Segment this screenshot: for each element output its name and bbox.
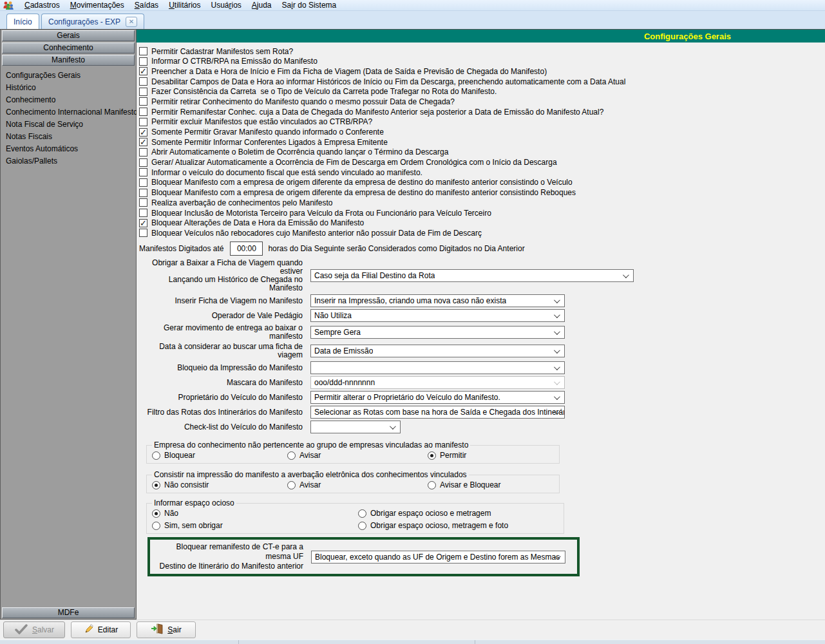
tab-configuracoes-exp[interactable]: Configurações - EXP ✕ (41, 14, 144, 29)
checkbox-row: Desabilitar Campos de Data e Hora ao inf… (139, 77, 825, 86)
radio-option-permitir[interactable]: Permitir (428, 450, 559, 460)
status-bar (0, 639, 825, 644)
form-label: Data à considerar ao buscar uma ficha de… (137, 343, 303, 359)
pencil-icon (84, 624, 94, 636)
checkbox[interactable] (139, 128, 147, 137)
sidebar-item-conhecimento[interactable]: Conhecimento (1, 93, 136, 106)
filtro-rotas-itinerarios-select[interactable]: Selecionar as Rotas com base na hora de … (310, 406, 565, 419)
bloquear-remanifesto-highlight-box: Bloquear remanifesto de CT-e para a mesm… (147, 537, 580, 576)
checkbox[interactable] (139, 118, 147, 126)
inserir-ficha-viagem-select[interactable]: Inserir na Impressão, criando uma nova c… (310, 294, 565, 307)
obrigar-baixar-ficha-select[interactable]: Caso seja da Filial Destino da Rota (310, 269, 634, 282)
sidebar-item-nota-fiscal-servico[interactable]: Nota Fiscal de Serviço (1, 118, 136, 130)
checkbox-label: Informar O CTRB/RPA na Emissão do Manife… (151, 57, 318, 66)
edit-button[interactable]: Editar (71, 621, 131, 638)
menu-cadastros[interactable]: Cadastros (24, 1, 60, 10)
radio-button[interactable] (358, 509, 366, 518)
radio-group-consistir-averbacao: Consistir na impressão do manifesto a av… (146, 470, 560, 493)
checkbox-row: Bloquear Alterações de Data e Hora da Em… (139, 219, 825, 227)
tab-inicio[interactable]: Início (6, 14, 39, 29)
checkbox[interactable] (139, 189, 147, 197)
menu-movimentacoes[interactable]: Movimentações (70, 1, 124, 10)
radio-option-obrigar-metragem[interactable]: Obrigar espaço ocioso e metragem (358, 508, 564, 518)
radio-button[interactable] (152, 509, 160, 518)
operador-vale-pedagio-select[interactable]: Não Utiliza (310, 309, 565, 322)
checkbox[interactable] (139, 168, 147, 176)
app-users-icon (3, 1, 14, 10)
checkbox[interactable] (139, 198, 147, 207)
radio-option-nao[interactable]: Não (152, 508, 358, 518)
checkbox[interactable] (139, 77, 147, 86)
bloquear-remanifesto-select[interactable]: Bloquear, exceto quando as UF de Origem … (311, 551, 565, 564)
menu-ajuda[interactable]: Ajuda (252, 1, 272, 10)
menu-sair-do-sistema[interactable]: Sair do Sistema (282, 1, 337, 10)
radio-button[interactable] (152, 522, 160, 530)
menu-usuarios[interactable]: Usuários (211, 1, 241, 10)
chevron-down-icon (554, 365, 560, 371)
content-panel: Configurações Gerais Permitir Cadastrar … (137, 30, 825, 620)
checkbox[interactable] (139, 229, 147, 237)
checkbox[interactable] (139, 97, 147, 106)
radio-option-bloquear[interactable]: Bloquear (152, 450, 287, 460)
gerar-movimento-entrega-select[interactable]: Sempre Gera (310, 326, 565, 339)
sidebar-section-conhecimento[interactable]: Conhecimento (2, 43, 135, 53)
check-icon (14, 624, 28, 636)
checkbox-row: Abrir Automaticamente o Boletim de Ocorr… (139, 148, 825, 156)
radio-button[interactable] (152, 451, 160, 460)
checkbox-row: Realiza averbação de conhecimentos pelo … (139, 198, 825, 207)
checkbox[interactable] (139, 209, 147, 217)
checkbox[interactable] (139, 158, 147, 167)
checkbox[interactable] (139, 138, 147, 146)
bloqueio-impressao-select[interactable] (310, 361, 565, 374)
radio-option-sim-sem-obrigar[interactable]: Sim, sem obrigar (152, 520, 358, 531)
radio-option-avisar-e-bloquear[interactable]: Avisar e Bloquear (428, 480, 559, 490)
chevron-down-icon (554, 348, 560, 354)
sidebar-item-conhecimento-internacional[interactable]: Conhecimento Internacional Manifesto (1, 106, 136, 118)
sidebar-section-gerais[interactable]: Gerais (2, 30, 135, 41)
radio-option-avisar[interactable]: Avisar (287, 480, 428, 490)
menu-utilitarios[interactable]: Utilitários (169, 1, 200, 10)
sidebar-section-manifesto[interactable]: Manifesto (2, 55, 135, 66)
data-considerar-ficha-select[interactable]: Data de Emissão (310, 345, 565, 357)
radio-option-nao-consistir[interactable]: Não consistir (152, 480, 287, 490)
form-label: Bloquear remanifesto de CT-e para a mesm… (150, 542, 303, 571)
sidebar-item-gaiolas-pallets[interactable]: Gaiolas/Pallets (1, 155, 136, 167)
checkbox-label: Abrir Automaticamente o Boletim de Ocorr… (151, 147, 448, 156)
checkbox[interactable] (139, 57, 147, 66)
checkbox-row: Informar o veículo do documento fiscal q… (139, 168, 825, 176)
sidebar-item-historico[interactable]: Histórico (1, 81, 136, 93)
radio-button[interactable] (428, 481, 436, 489)
digitados-time-input[interactable] (230, 242, 263, 256)
checkbox[interactable] (139, 148, 147, 156)
radio-button[interactable] (152, 481, 160, 489)
sidebar-item-notas-fiscais[interactable]: Notas Fiscais (1, 130, 136, 142)
radio-button[interactable] (428, 451, 436, 460)
sidebar-item-configuracoes-gerais[interactable]: Configurações Gerais (1, 69, 136, 81)
radio-option-obrigar-metragem-foto[interactable]: Obrigar espaço ocioso, metragem e foto (358, 520, 564, 531)
radio-button[interactable] (287, 481, 296, 489)
checkbox-label: Bloquear Veículos não rebocadores cujo M… (151, 229, 482, 238)
sidebar-item-eventos-automaticos[interactable]: Eventos Automáticos (1, 142, 136, 155)
menu-saidas[interactable]: Saídas (135, 1, 158, 10)
checkbox[interactable] (139, 47, 147, 55)
page-title: Configurações Gerais (644, 32, 731, 41)
radio-button[interactable] (287, 451, 296, 460)
sidebar-section-mdfe[interactable]: MDFe (2, 607, 135, 618)
save-button[interactable]: Salvar (3, 621, 65, 638)
menu-bar: Cadastros Movimentações Saídas Utilitári… (0, 0, 825, 11)
close-icon[interactable]: ✕ (126, 17, 137, 27)
checkbox-label: Bloquear Inclusão de Motorista Terceiro … (151, 209, 491, 218)
form-label: Inserir Ficha de Viagem no Manifesto (137, 297, 303, 305)
checklist-veiculo-select[interactable] (310, 421, 401, 433)
checkbox[interactable] (139, 108, 147, 116)
checkbox[interactable] (139, 219, 147, 227)
checkbox[interactable] (139, 67, 147, 75)
checkbox[interactable] (139, 178, 147, 187)
exit-button[interactable]: Sair (137, 621, 196, 638)
form-label: Mascara do Manifesto (137, 379, 303, 387)
proprietario-veiculo-select[interactable]: Permitir alterar o Proprietário do Veícu… (310, 391, 565, 404)
radio-button[interactable] (358, 522, 366, 530)
radio-option-avisar[interactable]: Avisar (287, 450, 428, 460)
checkbox[interactable] (139, 88, 147, 96)
checkbox-row: Permitir Remanifestar Conhec. cuja a Dat… (139, 108, 825, 116)
